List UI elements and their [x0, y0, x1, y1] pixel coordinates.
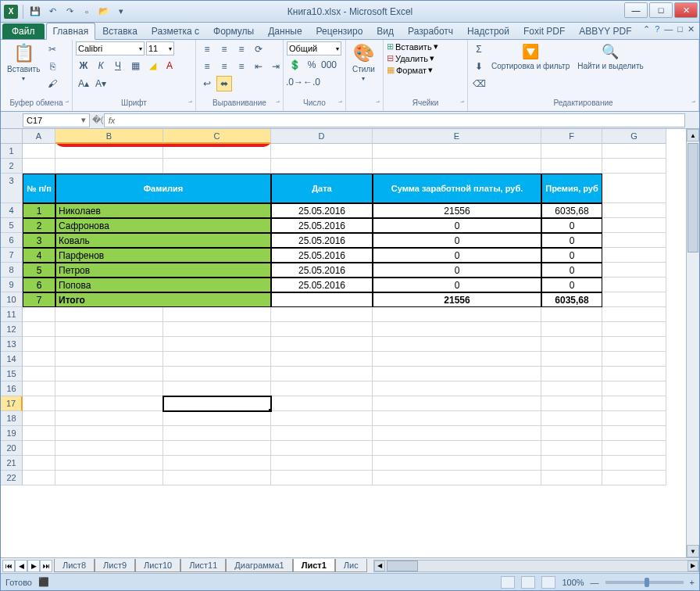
open-icon[interactable]: 📂 — [97, 5, 111, 19]
row-header-18[interactable]: 18 — [1, 411, 23, 426]
cell[interactable] — [163, 381, 271, 396]
cell[interactable] — [55, 352, 163, 367]
cell[interactable] — [163, 471, 271, 485]
fill-icon[interactable]: ⬇ — [471, 59, 487, 74]
cell[interactable]: 0 — [541, 263, 602, 278]
tab-foxit pdf[interactable]: Foxit PDF — [516, 23, 572, 39]
fx-icon[interactable]: fx — [105, 116, 119, 125]
cell[interactable] — [373, 456, 541, 471]
normal-view-button[interactable] — [501, 576, 515, 589]
row-header-2[interactable]: 2 — [1, 159, 23, 174]
cell[interactable]: Попова — [55, 278, 271, 292]
cell[interactable]: 4 — [23, 248, 55, 263]
cell[interactable] — [602, 278, 666, 292]
cell[interactable] — [373, 441, 541, 456]
cell[interactable]: 7 — [23, 292, 55, 307]
cell[interactable] — [602, 426, 666, 441]
cell[interactable] — [23, 381, 55, 396]
cell[interactable] — [271, 337, 373, 352]
fill-color-button[interactable]: ◢ — [145, 58, 160, 73]
cell[interactable] — [55, 367, 163, 381]
hscroll-thumb[interactable] — [387, 561, 418, 571]
horizontal-scrollbar[interactable]: ◀ ▶ — [373, 560, 699, 572]
row-header-5[interactable]: 5 — [1, 218, 23, 233]
cell[interactable]: 25.05.2016 — [271, 248, 373, 263]
cell[interactable] — [23, 322, 55, 337]
cell[interactable] — [55, 307, 163, 322]
cell[interactable] — [541, 381, 602, 396]
cell[interactable] — [271, 396, 373, 411]
cell[interactable]: 6 — [23, 278, 55, 292]
cell[interactable] — [541, 396, 602, 411]
row-header-1[interactable]: 1 — [1, 144, 23, 159]
cell[interactable] — [602, 218, 666, 233]
column-header-F[interactable]: F — [541, 129, 602, 144]
cell[interactable] — [23, 159, 55, 174]
wrap-text-icon[interactable]: ↩ — [199, 76, 215, 91]
cell[interactable] — [541, 307, 602, 322]
cell[interactable] — [602, 441, 666, 456]
cell[interactable] — [163, 456, 271, 471]
vertical-scrollbar[interactable]: ▲ ▼ — [686, 129, 699, 557]
autosum-icon[interactable]: Σ — [471, 41, 487, 57]
cell[interactable]: 0 — [541, 248, 602, 263]
maximize-button[interactable]: □ — [649, 2, 673, 18]
sheet-tab-Диаграмма1[interactable]: Диаграмма1 — [226, 559, 292, 572]
align-middle-icon[interactable]: ≡ — [216, 41, 232, 57]
cell[interactable] — [602, 456, 666, 471]
format-painter-icon[interactable]: 🖌 — [45, 76, 60, 91]
indent-inc-icon[interactable]: ⇥ — [268, 59, 284, 74]
cell[interactable]: 0 — [373, 278, 541, 292]
tab-главная[interactable]: Главная — [46, 23, 96, 40]
cell[interactable] — [163, 352, 271, 367]
bold-button[interactable]: Ж — [76, 58, 91, 73]
row-header-6[interactable]: 6 — [1, 233, 23, 248]
page-layout-view-button[interactable] — [521, 576, 535, 589]
cell[interactable] — [541, 426, 602, 441]
cell[interactable]: Премия, руб — [541, 174, 602, 203]
scroll-left-icon[interactable]: ◀ — [374, 561, 385, 571]
tab-рецензиро[interactable]: Рецензиро — [309, 23, 370, 39]
column-header-E[interactable]: E — [373, 129, 541, 144]
cell[interactable] — [55, 337, 163, 352]
row-header-4[interactable]: 4 — [1, 203, 23, 218]
cell[interactable] — [23, 352, 55, 367]
help-icon[interactable]: ? — [655, 24, 659, 34]
cell[interactable] — [373, 337, 541, 352]
cell[interactable] — [271, 352, 373, 367]
row-header-19[interactable]: 19 — [1, 426, 23, 441]
column-header-A[interactable]: A — [23, 129, 55, 144]
zoom-in-button[interactable]: + — [690, 578, 695, 587]
cell[interactable] — [23, 471, 55, 485]
row-header-11[interactable]: 11 — [1, 307, 23, 322]
doc-close-icon[interactable]: ✕ — [688, 24, 695, 34]
cell[interactable] — [163, 396, 271, 411]
tab-abbyy pdf[interactable]: ABBYY PDF — [572, 23, 638, 39]
cell[interactable]: Фамилия — [55, 174, 271, 203]
scroll-up-icon[interactable]: ▲ — [687, 129, 699, 141]
cell[interactable] — [602, 307, 666, 322]
cell[interactable] — [541, 144, 602, 159]
cell[interactable] — [23, 307, 55, 322]
cell[interactable] — [541, 367, 602, 381]
tab-разработч[interactable]: Разработч — [401, 23, 460, 39]
find-select-button[interactable]: 🔍 Найти и выделить — [574, 41, 646, 72]
cell[interactable]: 0 — [541, 218, 602, 233]
cell[interactable]: 25.05.2016 — [271, 263, 373, 278]
zoom-slider[interactable] — [605, 581, 684, 584]
cell[interactable] — [163, 307, 271, 322]
cell[interactable]: 21556 — [373, 292, 541, 307]
cell[interactable] — [373, 307, 541, 322]
cell[interactable]: 0 — [373, 218, 541, 233]
copy-icon[interactable]: ⎘ — [45, 59, 60, 74]
scroll-thumb[interactable] — [688, 143, 698, 253]
cell[interactable] — [541, 337, 602, 352]
column-header-C[interactable]: C — [163, 129, 271, 144]
cell[interactable]: Сафронова — [55, 218, 271, 233]
format-cells-button[interactable]: ▦ Формат ▾ — [387, 65, 438, 75]
tab-данные[interactable]: Данные — [261, 23, 309, 39]
cell[interactable] — [271, 144, 373, 159]
close-button[interactable]: ✕ — [674, 2, 698, 18]
sheet-tab-Лист1[interactable]: Лист1 — [293, 559, 335, 572]
cell[interactable] — [373, 144, 541, 159]
